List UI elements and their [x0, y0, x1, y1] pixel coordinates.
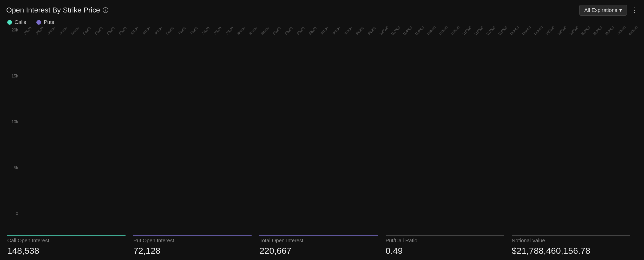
ratio-label: Put/Call Ratio: [386, 238, 504, 244]
y-axis-label: 5k: [7, 166, 18, 170]
notional-value: $21,788,460,156.78: [512, 246, 630, 256]
y-axis-label: 20k: [7, 28, 18, 32]
puts-dot: [36, 20, 41, 25]
put-oi-value: 72,128: [133, 246, 252, 256]
puts-label: Puts: [44, 19, 54, 25]
legend-puts: Puts: [36, 19, 54, 25]
ratio-value: 0.49: [386, 246, 504, 256]
expiry-button[interactable]: All Expirations ▾: [579, 5, 627, 16]
y-axis: 20k15k10k5k0: [6, 28, 20, 229]
notional-underline: [512, 235, 630, 236]
expiry-label: All Expirations: [584, 7, 617, 13]
header-right: All Expirations ▾ ⋮: [579, 5, 638, 16]
call-oi-value: 148,538: [7, 246, 126, 256]
header: Open Interest By Strike Price ℹ All Expi…: [6, 5, 638, 16]
info-icon[interactable]: ℹ: [103, 7, 108, 13]
chart-area: 20k15k10k5k0 200003000040000450005000054…: [6, 28, 638, 229]
legend: Calls Puts: [7, 19, 638, 25]
more-options-button[interactable]: ⋮: [631, 6, 638, 14]
title-area: Open Interest By Strike Price ℹ: [6, 6, 108, 14]
total-oi-underline: [259, 235, 378, 236]
stat-call-oi: Call Open Interest 148,538: [7, 235, 133, 256]
put-oi-underline: [133, 235, 252, 236]
bars-container: [20, 28, 638, 216]
y-axis-label: 15k: [7, 74, 18, 79]
chart-with-axes: 20k15k10k5k0 200003000040000450005000054…: [6, 28, 638, 229]
put-oi-label: Put Open Interest: [133, 238, 252, 244]
stat-put-call-ratio: Put/Call Ratio 0.49: [386, 235, 512, 256]
call-oi-underline: [7, 235, 126, 236]
chevron-down-icon: ▾: [619, 7, 622, 13]
main-container: Open Interest By Strike Price ℹ All Expi…: [0, 0, 644, 260]
legend-calls: Calls: [7, 19, 26, 25]
total-oi-value: 220,667: [259, 246, 378, 256]
y-axis-label: 10k: [7, 120, 18, 124]
ratio-underline: [386, 235, 504, 236]
y-axis-label: 0: [7, 211, 18, 216]
notional-label: Notional Value: [512, 238, 630, 244]
total-oi-label: Total Open Interest: [259, 238, 378, 244]
page-title: Open Interest By Strike Price: [6, 6, 100, 14]
more-icon: ⋮: [631, 6, 638, 14]
stat-put-oi: Put Open Interest 72,128: [133, 235, 259, 256]
stat-total-oi: Total Open Interest 220,667: [259, 235, 385, 256]
chart-inner: 2000030000400004500050000540005600058000…: [20, 28, 638, 229]
stat-notional: Notional Value $21,788,460,156.78: [512, 235, 638, 256]
calls-label: Calls: [15, 19, 26, 25]
call-oi-label: Call Open Interest: [7, 238, 126, 244]
stats-bar: Call Open Interest 148,538 Put Open Inte…: [6, 229, 638, 260]
calls-dot: [7, 20, 12, 25]
